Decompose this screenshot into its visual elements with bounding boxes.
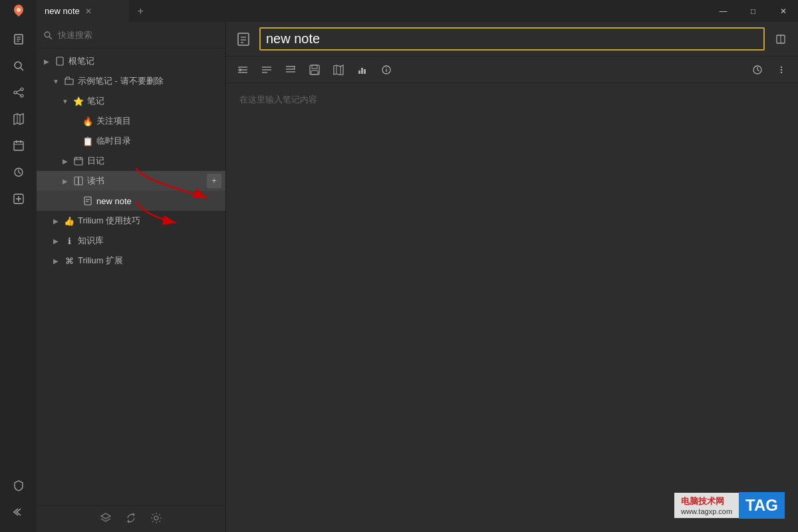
tree-item-reading[interactable]: ▶ 读书 + [37, 171, 225, 191]
app-logo[interactable] [0, 0, 37, 22]
tree-item-diary[interactable]: ▶ 日记 [37, 151, 225, 171]
expand-button[interactable] [771, 30, 790, 49]
sidebar-icon-notes[interactable] [7, 27, 31, 51]
settings-icon[interactable] [150, 512, 162, 527]
tab-add-button[interactable]: + [130, 0, 152, 22]
svg-marker-12 [14, 114, 23, 124]
sidebar-icon-search[interactable] [7, 54, 31, 78]
note-page-icon [82, 196, 94, 205]
fire-icon: 🔥 [82, 116, 94, 126]
toolbar-save-icon[interactable] [305, 61, 325, 79]
close-button[interactable]: ✕ [768, 0, 798, 22]
note-title-area [226, 22, 798, 57]
tree-item-extensions[interactable]: ▶ ⌘ Trilium 扩展 [37, 251, 225, 271]
tree-item-sample[interactable]: ▼ 示例笔记 - 请不要删除 [37, 71, 225, 91]
svg-point-69 [781, 66, 782, 67]
minimize-button[interactable]: — [708, 0, 738, 22]
tree-item-label: new note [96, 196, 225, 206]
chevron-down-icon: ▼ [51, 78, 61, 85]
toolbar-more-icon[interactable] [771, 61, 791, 79]
sidebar-icon-share[interactable] [7, 80, 31, 104]
svg-marker-59 [334, 65, 343, 75]
tab-close-button[interactable]: ✕ [85, 7, 92, 16]
extensions-icon: ⌘ [63, 256, 75, 266]
tree-item-root[interactable]: ▶ 根笔记 [37, 51, 225, 71]
chevron-right-icon: ▶ [61, 158, 70, 165]
tree-item-label: 示例笔记 - 请不要删除 [78, 75, 225, 87]
tree-item-temp[interactable]: 📋 临时目录 [37, 131, 225, 151]
chevron-right-icon: ▶ [51, 257, 61, 265]
tab-new-note[interactable]: new note ✕ [37, 0, 130, 22]
toolbar-list-icon[interactable] [257, 61, 277, 79]
tree-item-new-note[interactable]: new note [37, 191, 225, 211]
svg-rect-15 [14, 142, 23, 150]
tree-item-label: 笔记 [87, 95, 225, 107]
tree-item-label: 根笔记 [68, 55, 225, 67]
svg-rect-26 [74, 158, 82, 165]
sidebar-icon-history[interactable] [7, 160, 31, 184]
sidebar-icon-shield[interactable] [7, 473, 31, 497]
star-icon: ⭐ [72, 96, 84, 106]
chevron-right-icon: ▶ [61, 178, 70, 185]
svg-point-70 [781, 68, 782, 70]
tree-bottom-bar [37, 505, 225, 532]
folder-icon [63, 76, 75, 86]
tree-item-knowledge[interactable]: ▶ ℹ 知识库 [37, 231, 225, 251]
svg-rect-64 [364, 69, 366, 74]
tree-content: ▶ 根笔记 ▼ 示例笔记 - 请不要删除 ▼ ⭐ 笔记 [37, 49, 225, 505]
sync-icon[interactable] [125, 512, 137, 527]
maximize-button[interactable]: □ [738, 0, 768, 22]
svg-rect-58 [311, 70, 318, 74]
main-layout: ▶ 根笔记 ▼ 示例笔记 - 请不要删除 ▼ ⭐ 笔记 [0, 22, 798, 532]
svg-point-5 [15, 62, 21, 68]
toolbar-info-icon[interactable] [376, 61, 396, 79]
svg-point-0 [17, 8, 21, 12]
svg-line-10 [17, 90, 21, 92]
chevron-down-icon: ▼ [61, 98, 70, 105]
icon-sidebar [0, 22, 37, 532]
icon-sidebar-bottom [7, 473, 31, 532]
toolbar-align-icon[interactable] [281, 61, 301, 79]
clipboard-icon: 📋 [82, 136, 94, 146]
watermark: 电脑技术网 www.tagxp.com TAG [674, 492, 785, 519]
toolbar-chart-icon[interactable] [352, 61, 372, 79]
tree-item-label: 读书 [87, 175, 204, 187]
toolbar-map-icon[interactable] [329, 61, 348, 79]
note-type-icon[interactable] [234, 30, 253, 49]
watermark-url: www.tagxp.com [681, 507, 732, 515]
chevron-right-icon: ▶ [51, 237, 61, 245]
sidebar-icon-add[interactable] [7, 187, 31, 211]
sidebar-icon-collapse[interactable] [7, 500, 31, 524]
tree-item-label: 日记 [87, 155, 225, 167]
add-child-button[interactable]: + [207, 174, 221, 188]
watermark-tag: TAG [739, 492, 785, 519]
tree-item-focused[interactable]: 🔥 关注项目 [37, 111, 225, 131]
svg-rect-63 [361, 68, 363, 74]
info-icon: ℹ [63, 236, 75, 246]
sidebar-icon-map[interactable] [7, 107, 31, 131]
tab-label: new note [45, 6, 80, 16]
svg-rect-30 [74, 177, 78, 185]
note-icon [54, 57, 66, 66]
layers-icon[interactable] [100, 512, 112, 527]
tree-item-notes[interactable]: ▼ ⭐ 笔记 [37, 91, 225, 111]
svg-point-9 [14, 91, 17, 94]
toolbar-history-icon[interactable] [747, 61, 767, 79]
tree-item-label: Trilium 扩展 [78, 255, 225, 267]
toolbar-indent-icon[interactable] [233, 61, 253, 79]
tree-search-bar[interactable] [37, 22, 225, 49]
window-controls: — □ ✕ [708, 0, 798, 22]
thumbs-icon: 👍 [63, 216, 75, 226]
sidebar-icon-calendar[interactable] [7, 134, 31, 158]
titlebar: new note ✕ + — □ ✕ [0, 0, 798, 22]
tree-item-tips[interactable]: ▶ 👍 Trilium 使用技巧 [37, 211, 225, 231]
note-content[interactable]: 在这里输入笔记内容 [226, 83, 798, 532]
calendar-icon [72, 156, 84, 166]
svg-marker-35 [101, 513, 110, 519]
chevron-right-icon: ▶ [42, 58, 51, 65]
svg-rect-31 [78, 177, 82, 185]
svg-rect-57 [312, 65, 317, 68]
svg-rect-62 [358, 70, 360, 74]
search-input[interactable] [58, 30, 219, 40]
note-title-input[interactable] [259, 27, 765, 51]
